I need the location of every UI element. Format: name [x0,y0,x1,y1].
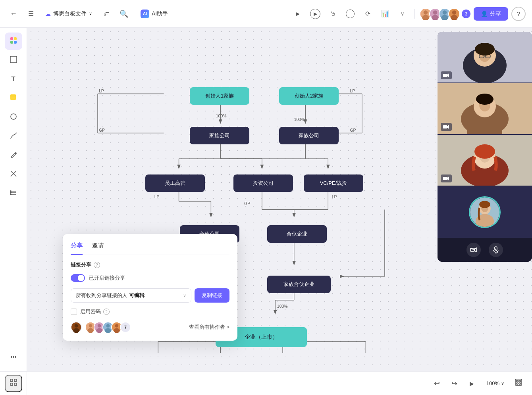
node-family-partner-label: 家族合伙企业 [283,281,314,288]
tag-icon: 🏷 [104,10,110,17]
svg-rect-136 [517,380,518,382]
play-cursor-button[interactable]: ▶ [465,376,479,391]
more-icon-btn[interactable]: ▶ [291,7,305,21]
history-icon: ⟳ [365,10,370,17]
sidebar-tool-text[interactable]: T [5,71,22,88]
svg-rect-17 [10,94,16,100]
node-family-partner[interactable]: 家族合伙企业 [267,276,331,293]
chart-icon: 📊 [381,10,389,17]
view-all-link[interactable]: 查看所有协作者 > [189,324,229,331]
sidebar-tool-more[interactable] [5,349,22,366]
panel-tabs: 分享 邀请 [71,242,229,255]
tab-invite[interactable]: 邀请 [92,242,104,255]
tab-share[interactable]: 分享 [71,242,83,255]
chat-button[interactable] [343,7,357,21]
cam-icon-3[interactable] [441,174,452,182]
undo-button[interactable]: ↩ [430,376,444,391]
cam-icon-1[interactable] [441,71,452,79]
svg-marker-122 [447,176,449,180]
svg-text:GP: GP [99,128,105,132]
share-person-icon: 👤 [481,11,488,17]
grid-view-button[interactable] [5,375,22,392]
history-button[interactable]: ⟳ [360,7,375,21]
node-partner2[interactable]: 合伙企业 [267,225,327,243]
help-button[interactable]: ? [511,7,526,21]
cam-off-button[interactable] [466,243,481,257]
svg-rect-137 [519,380,520,382]
more-dots-icon [9,353,18,363]
node-employee[interactable]: 员工高管 [145,174,205,192]
zoom-control[interactable]: 100% ∨ [482,378,508,389]
help-icon: ? [517,10,520,17]
more2-button[interactable]: ∨ [395,7,410,21]
node-invest-label: 投资公司 [253,180,274,187]
sidebar-tool-shape[interactable] [5,109,22,126]
sidebar-tool-pencil[interactable] [5,147,22,164]
info-icon[interactable]: ? [94,262,100,268]
chart-button[interactable]: 📊 [378,7,392,21]
password-row: 启用密码 ? [71,308,229,315]
permission-select[interactable]: 所有收到分享链接的人 可编辑 ∨ [71,288,191,303]
svg-text:100%: 100% [277,304,288,309]
more-arrow-icon: ▶ [296,11,300,17]
ai-label: AI助手 [152,10,168,17]
node-founder2[interactable]: 创始人2家族 [279,87,339,105]
cut-icon [9,169,18,180]
password-info-icon[interactable]: ? [103,309,110,315]
sidebar-tool-list[interactable] [5,185,22,202]
text-icon: T [11,75,15,83]
svg-text:LP: LP [332,195,337,199]
node-vc[interactable]: VC/PE/战投 [304,174,363,192]
svg-rect-121 [443,177,447,180]
grid-icon [9,378,18,389]
svg-point-28 [11,356,12,358]
redo-button[interactable]: ↪ [447,376,462,391]
svg-rect-138 [517,383,518,384]
node-invest[interactable]: 投资公司 [233,174,293,192]
play-button[interactable]: ▶ [308,7,322,21]
tag-button[interactable]: 🏷 [99,7,114,21]
zoom-chevron: ∨ [501,381,504,386]
mic-off-button[interactable] [489,243,503,257]
select-chevron: ∨ [183,293,186,298]
back-button[interactable]: ← [6,7,21,21]
video-panel [438,32,532,262]
sidebar-tool-note[interactable] [5,90,22,107]
video-slot-4 [438,186,532,238]
svg-point-105 [475,43,495,56]
redo-icon: ↪ [451,379,457,388]
node-family2[interactable]: 家族公司 [279,127,339,144]
permission-row: 所有收到分享链接的人 可编辑 ∨ 复制链接 [71,288,229,303]
pen-icon [9,131,18,142]
map-button[interactable] [511,376,526,391]
search-button[interactable]: 🔍 [117,7,131,21]
copy-link-button[interactable]: 复制链接 [195,288,229,303]
sidebar-tool-frame[interactable] [5,52,22,69]
list-icon [9,188,18,199]
svg-point-96 [115,324,119,328]
video-controls [438,238,532,262]
share-button[interactable]: 👤 分享 [474,7,508,21]
node-family1[interactable]: 家族公司 [190,127,249,144]
password-checkbox[interactable] [71,309,77,315]
ai-icon: AI [141,10,149,18]
sidebar-tool-cut[interactable] [5,166,22,183]
chat-icon [346,10,355,18]
svg-point-87 [89,324,93,328]
collab-count: 7 [120,322,131,333]
menu-icon: ☰ [28,10,34,17]
file-title[interactable]: ☁ 博思白板文件 ∨ [41,8,96,20]
node-founder1[interactable]: 创始人1家族 [190,87,249,105]
cursor-button[interactable]: 🖱 [326,7,340,21]
sidebar-tool-color[interactable] [5,33,22,50]
cam-icon-2[interactable] [441,123,452,131]
svg-point-127 [479,201,490,208]
shape-icon [9,112,18,123]
svg-rect-139 [519,383,520,384]
sidebar-tool-pen[interactable] [5,128,22,145]
ai-assistant-button[interactable]: AI AI助手 [134,6,174,21]
link-share-toggle[interactable] [71,274,85,282]
menu-button[interactable]: ☰ [24,7,38,21]
zoom-value: 100% [486,380,499,386]
node-family2-label: 家族公司 [299,132,319,139]
